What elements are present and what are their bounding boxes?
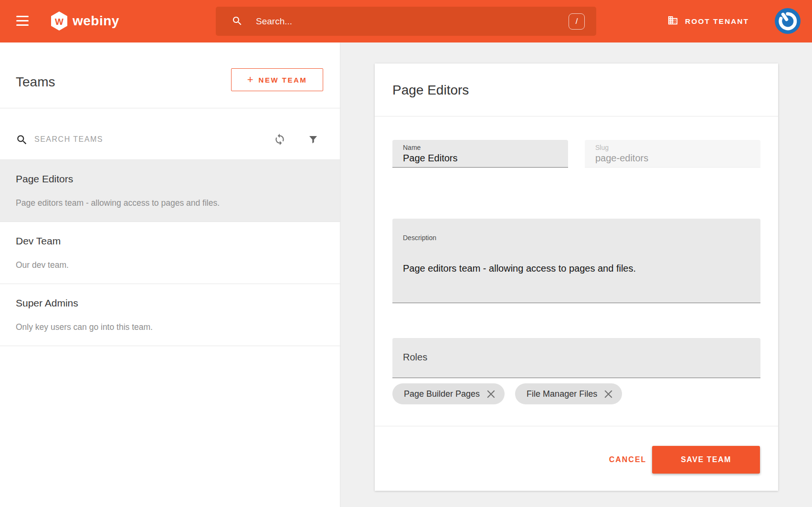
- roles-select-field[interactable]: Roles: [392, 338, 760, 378]
- refresh-button[interactable]: [271, 131, 288, 148]
- name-field-label: Name: [403, 144, 421, 151]
- name-field-value: Page Editors: [403, 153, 458, 164]
- divider: [375, 426, 778, 426]
- app-header: W webiny / ROOT TENANT: [0, 0, 812, 42]
- description-field-label: Description: [403, 234, 436, 242]
- slug-field-label: Slug: [595, 144, 609, 151]
- plus-icon: +: [247, 74, 253, 85]
- screen: W webiny / ROOT TENANT: [0, 0, 812, 507]
- filter-button[interactable]: [305, 131, 322, 148]
- chip-label: Page Builder Pages: [404, 389, 480, 399]
- team-name: Dev Team: [16, 235, 61, 247]
- team-detail-card: Page Editors Name Page Editors Slug page…: [375, 63, 778, 491]
- remove-icon[interactable]: [604, 390, 613, 399]
- chip-label: File Manager Files: [527, 389, 597, 399]
- refresh-icon: [274, 133, 286, 146]
- user-avatar[interactable]: [775, 8, 801, 34]
- global-search-bar[interactable]: /: [216, 7, 596, 36]
- search-icon: [16, 134, 28, 148]
- cancel-button[interactable]: CANCEL: [599, 446, 656, 474]
- team-description: Our dev team.: [16, 260, 69, 270]
- slash-shortcut-badge: /: [569, 13, 585, 30]
- slug-field-value: page-editors: [595, 153, 648, 164]
- tenant-selector[interactable]: ROOT TENANT: [667, 13, 749, 29]
- global-search-input[interactable]: [256, 7, 552, 36]
- new-team-label: NEW TEAM: [259, 76, 307, 84]
- team-name: Super Admins: [16, 297, 78, 309]
- team-description: Only key users can go into this team.: [16, 322, 153, 332]
- chip-file-manager-files: File Manager Files: [515, 383, 622, 404]
- teams-panel: Teams + NEW TEAM Page Editors Page edito…: [0, 42, 340, 507]
- team-description: Page editors team - allowing access to p…: [16, 198, 220, 208]
- team-detail-title: Page Editors: [392, 83, 469, 98]
- description-field-value: Page editors team - allowing access to p…: [403, 263, 636, 274]
- teams-search-bar: [0, 108, 340, 160]
- team-name: Page Editors: [16, 173, 73, 185]
- svg-text:W: W: [55, 17, 63, 27]
- team-list-item-dev-team[interactable]: Dev Team Our dev team.: [0, 222, 340, 284]
- teams-search-input[interactable]: [34, 127, 244, 151]
- team-list: Page Editors Page editors team - allowin…: [0, 160, 340, 346]
- save-team-button[interactable]: SAVE TEAM: [652, 446, 760, 474]
- team-list-item-super-admins[interactable]: Super Admins Only key users can go into …: [0, 284, 340, 346]
- menu-icon[interactable]: [16, 16, 29, 27]
- team-list-item-page-editors[interactable]: Page Editors Page editors team - allowin…: [0, 160, 340, 222]
- new-team-button[interactable]: + NEW TEAM: [231, 68, 323, 91]
- webiny-logo-icon: W: [50, 11, 68, 33]
- name-field[interactable]: Name Page Editors: [392, 140, 568, 168]
- filter-icon: [307, 134, 319, 145]
- roles-field-label: Roles: [403, 352, 427, 363]
- chip-page-builder-pages: Page Builder Pages: [392, 383, 505, 404]
- slug-field: Slug page-editors: [585, 140, 760, 168]
- description-field[interactable]: Description Page editors team - allowing…: [392, 219, 760, 303]
- divider: [375, 116, 778, 116]
- page-title: Teams: [16, 74, 55, 90]
- tenant-label: ROOT TENANT: [685, 17, 749, 26]
- search-icon: [232, 15, 243, 29]
- brand-wordmark: webiny: [73, 13, 119, 29]
- remove-icon[interactable]: [486, 390, 496, 399]
- teams-panel-header: Teams + NEW TEAM: [0, 42, 340, 108]
- building-icon: [667, 15, 678, 28]
- roles-chips: Page Builder Pages File Manager Files: [392, 383, 622, 404]
